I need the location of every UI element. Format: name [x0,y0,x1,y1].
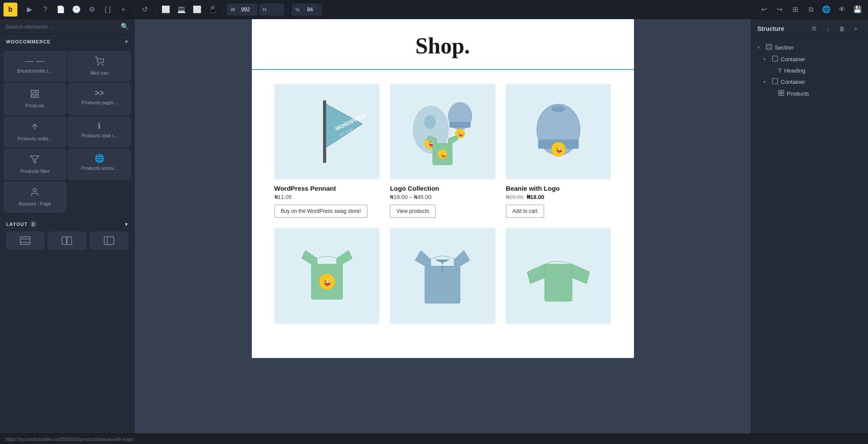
widget-breadcrumbs[interactable]: — — Breadcrumbs (... [3,51,66,82]
product-card-pennant: WORDPRESS EST. ♦ WP WordPress Pennant ₦1… [269,79,385,223]
height-label: H [263,7,266,12]
account-page-icon [30,187,40,198]
widget-products[interactable]: Products [3,83,66,114]
mobile-view[interactable]: 📱 [206,3,220,17]
canvas-frame: Shop. WORDPRESS EST. ♦ WP WordPress [252,19,634,358]
left-panel: 🔍 WOOCOMMERCE ▾ — — Breadcrumbs (... Min… [0,19,135,434]
grid-icon[interactable]: ⊞ [788,3,802,17]
zoom-label: % [295,7,300,12]
product-btn-pennant[interactable]: Buy on the WordPress swag store! [274,205,368,218]
tree-label-container1: Container [781,56,862,63]
save-icon[interactable]: 💾 [851,3,865,17]
redo-icon[interactable]: ↪ [772,3,786,17]
svg-rect-48 [772,56,778,61]
product-btn-beanie[interactable]: Add to cart [506,205,544,218]
svg-marker-6 [31,156,39,163]
layout-section-header[interactable]: LAYOUT i ▾ [3,217,131,232]
refresh-icon[interactable]: ↺ [138,3,152,17]
products-total-label: Products total r... [81,133,117,139]
products-archive-icon: 🌐 [95,155,104,162]
mini-cart-icon [95,56,104,67]
panel-add-icon[interactable]: + [850,23,862,35]
svg-rect-15 [323,100,326,163]
separator [134,4,134,15]
tablet-view[interactable]: ⬜ [190,3,204,17]
widget-account-page[interactable]: Account - Page [3,182,66,212]
tree-item-container2[interactable]: ▾ Container [751,76,868,88]
undo-icon[interactable]: ↩ [757,3,771,17]
separator3 [223,4,224,15]
widget-mini-cart[interactable]: Mini cart [68,51,131,82]
panel-copy-icon[interactable]: ⧉ [808,23,820,35]
widget-products-archive[interactable]: 🌐 Products archiv... [68,149,131,180]
svg-point-41 [442,262,444,264]
svg-rect-51 [782,90,784,93]
tree-item-heading[interactable]: T Heading [751,65,868,76]
cursor-tool[interactable]: ▶ [23,3,36,17]
laptop-view[interactable]: 💻 [175,3,188,17]
breadcrumbs-icon: — — [25,56,45,65]
product-price-pennant: ₦11.05 [274,194,380,200]
panel-download-icon[interactable]: ↓ [822,23,834,35]
svg-rect-8 [20,237,30,245]
canvas: Shop. WORDPRESS EST. ♦ WP WordPress [135,19,751,434]
widget-products-pagination[interactable]: >> Products pagin... [68,83,131,114]
css-icon[interactable]: { } [101,3,115,17]
tree-item-products[interactable]: Products [751,88,868,99]
product-image-tshirt: 😜 [274,228,380,324]
products-pagination-label: Products pagin... [81,99,117,106]
tree-chevron-container1: ▾ [763,56,769,62]
woocommerce-label: WOOCOMMERCE [6,39,51,44]
tree-item-container1[interactable]: ▾ Container [751,53,868,65]
product-btn-logo[interactable]: View products [390,205,436,218]
layers-icon[interactable]: ⧉ [804,3,818,17]
svg-rect-2 [31,90,34,93]
svg-point-43 [442,270,444,272]
settings-icon[interactable]: ⚙ [85,3,99,17]
toolbar-right: ↩ ↪ ⊞ ⧉ 🌐 👁 💾 [757,3,865,17]
layout-columns-icon[interactable] [48,232,86,250]
svg-rect-45 [766,44,772,50]
price-sale: ₦18.00 [527,194,545,200]
woocommerce-section-header[interactable]: WOOCOMMERCE ▾ [0,34,134,49]
svg-point-0 [98,64,99,65]
products-tree-icon [778,90,784,97]
logo: b [3,3,17,17]
templates-icon[interactable]: 📄 [54,3,68,17]
search-icon[interactable]: 🔍 [121,23,129,30]
svg-point-1 [102,64,103,65]
add-icon[interactable]: + [116,3,130,17]
history-icon[interactable]: 🕐 [69,3,83,17]
layout-section-icon[interactable] [6,232,44,250]
svg-rect-44 [545,264,572,302]
heading-icon: T [778,67,782,74]
shop-header: Shop. [252,19,634,70]
widget-products-filter[interactable]: Products filter [3,149,66,180]
separator4 [288,4,288,15]
width-input[interactable] [237,7,254,13]
tree-item-section[interactable]: ▾ Section [751,42,868,53]
desktop-view[interactable]: ⬜ [159,3,173,17]
help-icon[interactable]: ? [38,3,52,17]
wordpress-icon[interactable]: 🌐 [819,3,833,17]
svg-rect-25 [450,122,471,128]
widget-grid: — — Breadcrumbs (... Mini cart Products [0,49,134,217]
product-card-polo [385,223,501,334]
status-url: https://try.bricksbuilder.io/t2595550/pr… [5,437,134,442]
widget-products-total[interactable]: ℹ Products total r... [68,116,131,147]
products-order-icon [30,122,40,133]
product-image-pennant: WORDPRESS EST. ♦ WP [274,84,380,179]
search-input[interactable] [5,23,117,30]
zoom-input[interactable] [301,7,319,13]
preview-icon[interactable]: 👁 [835,3,849,17]
height-input[interactable] [268,7,281,13]
structure-title: Structure [757,25,784,32]
widget-products-order[interactable]: Products order... [3,116,66,147]
svg-rect-52 [779,93,781,96]
products-archive-label: Products archiv... [81,165,118,171]
svg-rect-13 [104,237,114,245]
structure-tree: ▾ Section ▾ Container T Heading [751,38,868,434]
layout-div-icon[interactable] [90,232,128,250]
panel-delete-icon[interactable]: 🗑 [836,23,848,35]
top-toolbar: b ▶ ? 📄 🕐 ⚙ { } + ↺ ⬜ 💻 ⬜ 📱 W H % ↩ ↪ ⊞ … [0,0,868,19]
